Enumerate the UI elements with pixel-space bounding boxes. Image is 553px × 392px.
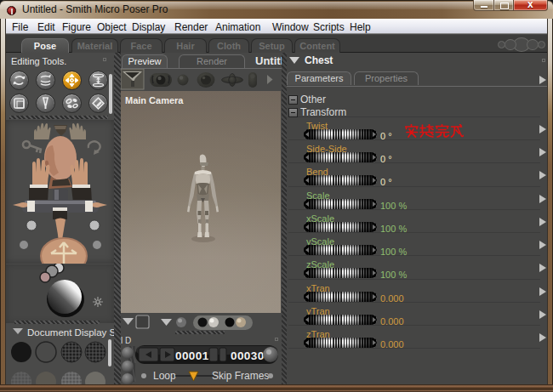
svg-text:00001: 00001 <box>175 349 209 362</box>
svg-text:00030: 00030 <box>231 349 265 362</box>
svg-text:Document Display S: Document Display S <box>27 327 114 338</box>
svg-text:Skip Frames: Skip Frames <box>212 370 269 382</box>
svg-text:Loop: Loop <box>153 370 176 382</box>
svg-text:l D: l D <box>121 336 131 345</box>
